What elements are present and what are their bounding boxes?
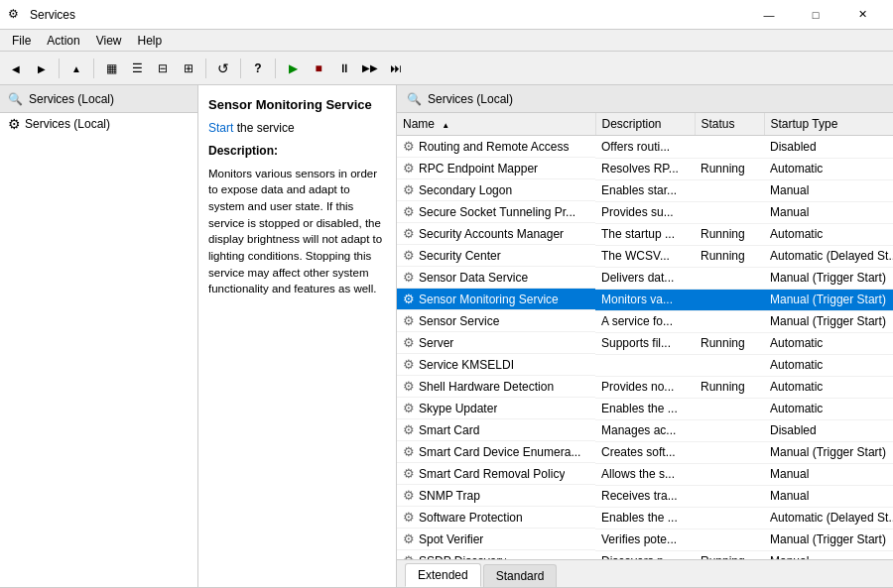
cell-startup: Manual: [764, 179, 893, 201]
nav-services-local[interactable]: ⚙ Services (Local): [0, 113, 197, 135]
col-startup-label: Startup Type: [771, 117, 838, 131]
icon-view-button[interactable]: ⊞: [177, 57, 200, 80]
table-row[interactable]: ⚙SSDP DiscoveryDiscovers n...RunningManu…: [397, 550, 893, 559]
pause-service-button[interactable]: [332, 57, 356, 80]
cell-name: ⚙Spot Verifier: [397, 529, 595, 550]
help-button[interactable]: [246, 57, 270, 80]
menu-file[interactable]: File: [4, 30, 39, 52]
service-name-text: RPC Endpoint Mapper: [419, 162, 538, 176]
col-header-name[interactable]: Name ▲: [397, 113, 595, 136]
table-row[interactable]: ⚙Sensor ServiceA service fo...Manual (Tr…: [397, 310, 893, 332]
cell-name: ⚙Secure Socket Tunneling Pr...: [397, 201, 595, 223]
cell-status: [695, 419, 764, 441]
cell-description: Offers routi...: [595, 136, 695, 159]
cell-description: The startup ...: [595, 223, 695, 245]
table-row[interactable]: ⚙Software ProtectionEnables the ...Autom…: [397, 507, 893, 529]
table-row[interactable]: ⚙Security CenterThe WCSV...RunningAutoma…: [397, 245, 893, 267]
table-row[interactable]: ⚙Smart CardManages ac...Disabled: [397, 419, 893, 441]
table-row[interactable]: ⚙Routing and Remote AccessOffers routi..…: [397, 136, 893, 159]
toolbar: ⊞ ▶▶ ⏭: [0, 52, 893, 85]
table-row[interactable]: ⚙SNMP TrapReceives tra...Manual: [397, 485, 893, 507]
cell-name: ⚙Sensor Monitoring Service: [397, 289, 595, 310]
services-table-container[interactable]: Name ▲ Description Status Startup Type: [397, 113, 893, 559]
table-row[interactable]: ⚙Smart Card Removal PolicyAllows the s..…: [397, 463, 893, 485]
col-header-description[interactable]: Description: [595, 113, 695, 136]
cell-name: ⚙Smart Card Removal Policy: [397, 463, 595, 485]
table-row[interactable]: ⚙Sensor Monitoring ServiceMonitors va...…: [397, 289, 893, 310]
restart-service-button[interactable]: ⏭: [384, 57, 408, 80]
service-gear-icon: ⚙: [403, 401, 415, 415]
table-row[interactable]: ⚙Skype UpdaterEnables the ...Automatic: [397, 398, 893, 419]
table-row[interactable]: ⚙Service KMSELDIAutomatic: [397, 354, 893, 376]
cell-name: ⚙RPC Endpoint Mapper: [397, 158, 595, 179]
service-gear-icon: ⚙: [403, 270, 415, 285]
table-row[interactable]: ⚙Shell Hardware DetectionProvides no...R…: [397, 376, 893, 398]
cell-status: [695, 507, 764, 529]
table-row[interactable]: ⚙Secure Socket Tunneling Pr...Provides s…: [397, 201, 893, 223]
menu-bar: File Action View Help: [0, 30, 893, 52]
resume-service-button[interactable]: ▶▶: [358, 57, 382, 80]
cell-startup: Automatic: [764, 158, 893, 179]
menu-help[interactable]: Help: [130, 30, 171, 52]
cell-name: ⚙Software Protection: [397, 507, 595, 529]
table-row[interactable]: ⚙ServerSupports fil...RunningAutomatic: [397, 332, 893, 354]
minimize-button[interactable]: —: [746, 0, 792, 30]
up-button[interactable]: [64, 57, 88, 80]
refresh-icon: [217, 60, 229, 76]
up-icon: [71, 61, 81, 75]
table-row[interactable]: ⚙Sensor Data ServiceDelivers dat...Manua…: [397, 267, 893, 289]
refresh-button[interactable]: [211, 57, 235, 80]
list-button[interactable]: [125, 57, 149, 80]
start-service-link[interactable]: Start: [208, 121, 233, 135]
col-header-status[interactable]: Status: [695, 113, 764, 136]
forward-icon: [38, 61, 46, 75]
nav-gear-icon: ⚙: [8, 116, 21, 132]
menu-action[interactable]: Action: [39, 30, 87, 52]
window-title: Services: [30, 8, 746, 22]
separator-2: [93, 59, 94, 78]
map-button[interactable]: [99, 57, 123, 80]
table-row[interactable]: ⚙Secondary LogonEnables star...Manual: [397, 179, 893, 201]
detail-button[interactable]: [151, 57, 175, 80]
left-panel: 🔍 Services (Local) ⚙ Services (Local): [0, 85, 198, 587]
menu-view[interactable]: View: [88, 30, 130, 52]
service-gear-icon: ⚙: [403, 313, 415, 328]
tab-bar: Extended Standard: [397, 559, 893, 587]
cell-startup: Manual: [764, 550, 893, 559]
cell-name: ⚙Smart Card: [397, 419, 595, 441]
cell-status: [695, 354, 764, 376]
cell-description: Enables star...: [595, 179, 695, 201]
service-gear-icon: ⚙: [403, 444, 415, 459]
service-gear-icon: ⚙: [403, 161, 415, 176]
tab-standard[interactable]: Standard: [483, 564, 558, 587]
cell-name: ⚙Security Center: [397, 245, 595, 267]
cell-startup: Automatic (Delayed St...: [764, 507, 893, 529]
table-row[interactable]: ⚙Smart Card Device Enumera...Creates sof…: [397, 441, 893, 463]
cell-description: Creates soft...: [595, 441, 695, 463]
cell-status: [695, 267, 764, 289]
service-name-text: Security Center: [419, 249, 501, 263]
title-bar: ⚙ Services — □ ✕: [0, 0, 893, 30]
cell-name: ⚙Smart Card Device Enumera...: [397, 441, 595, 463]
cell-status: [695, 289, 764, 310]
separator-4: [240, 59, 241, 78]
stop-service-button[interactable]: [307, 57, 330, 80]
forward-button[interactable]: [30, 57, 54, 80]
tab-extended[interactable]: Extended: [405, 563, 481, 587]
main-container: 🔍 Services (Local) ⚙ Services (Local) Se…: [0, 85, 893, 587]
cell-name: ⚙Routing and Remote Access: [397, 136, 595, 158]
cell-startup: Automatic: [764, 376, 893, 398]
table-row[interactable]: ⚙Security Accounts ManagerThe startup ..…: [397, 223, 893, 245]
service-name-text: Service KMSELDI: [419, 358, 514, 372]
maximize-button[interactable]: □: [793, 0, 838, 30]
table-row[interactable]: ⚙Spot VerifierVerifies pote...Manual (Tr…: [397, 529, 893, 550]
left-nav-header: 🔍 Services (Local): [0, 85, 197, 113]
start-service-button[interactable]: [281, 57, 305, 80]
cell-description: Enables the ...: [595, 507, 695, 529]
cell-status: [695, 463, 764, 485]
close-button[interactable]: ✕: [839, 0, 885, 30]
table-row[interactable]: ⚙RPC Endpoint MapperResolves RP...Runnin…: [397, 158, 893, 179]
col-header-startup[interactable]: Startup Type: [764, 113, 893, 136]
back-button[interactable]: [4, 57, 28, 80]
cell-status: [695, 310, 764, 332]
